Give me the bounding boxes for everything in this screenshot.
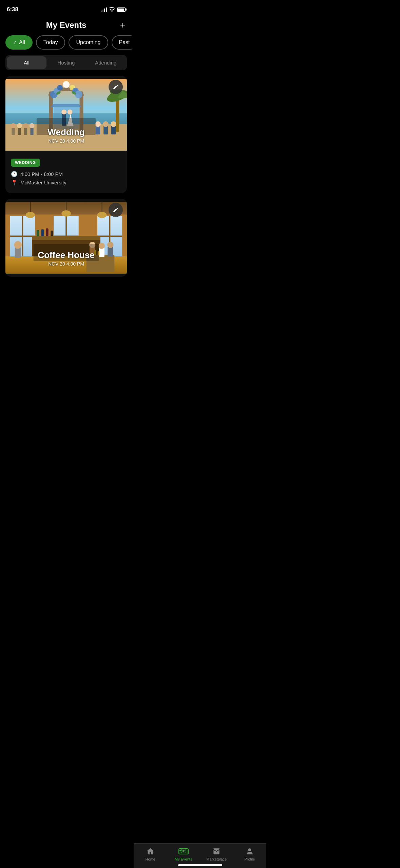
clock-icon: 🕐 [11,171,18,177]
location-icon: 📍 [11,179,18,186]
wedding-time-row: 🕐 4:00 PM - 8:00 PM [11,171,121,177]
svg-marker-14 [51,104,82,107]
signal-icon [101,7,107,12]
tab-attending[interactable]: Attending [86,56,126,69]
wifi-icon [109,7,115,12]
svg-rect-23 [24,127,27,135]
battery-icon [117,7,126,12]
svg-rect-54 [46,228,48,236]
svg-rect-25 [30,127,33,135]
svg-rect-29 [103,126,108,134]
add-event-button[interactable]: + [120,20,126,30]
svg-point-26 [30,123,35,128]
wedding-date: NOV 20 4:00 PM [47,138,84,144]
filter-past[interactable]: Past [112,35,132,50]
svg-rect-53 [41,229,44,236]
svg-rect-69 [108,247,113,257]
svg-rect-21 [18,127,21,135]
coffee-overlay: Coffee House NOV 20 4:00 PM [38,250,95,267]
wedding-location-row: 📍 McMaster University [11,179,121,186]
svg-point-22 [17,123,22,128]
sub-tabs: All Hosting Attending [5,55,127,70]
coffee-image: Coffee House NOV 20 4:00 PM [5,199,127,277]
wedding-edit-button[interactable] [109,80,123,94]
svg-point-17 [61,109,66,114]
wedding-location: McMaster University [20,180,66,185]
svg-rect-67 [99,248,104,257]
event-card-wedding[interactable]: Wedding NOV 20 4:00 PM WEDDING 🕐 4:00 PM… [5,76,127,193]
pencil-icon-2 [113,207,119,213]
svg-rect-48 [97,236,122,237]
page-title: My Events [46,20,87,30]
svg-rect-19 [12,127,15,135]
svg-rect-42 [10,236,35,237]
svg-point-59 [61,210,71,216]
svg-point-24 [23,123,28,128]
filter-row: ✓ All Today Upcoming Past [0,35,132,55]
svg-point-11 [75,91,82,98]
svg-point-68 [98,243,104,249]
svg-rect-55 [51,231,53,236]
check-icon: ✓ [13,40,17,45]
status-icons [101,7,126,12]
status-time: 6:38 [7,6,18,13]
tab-hosting[interactable]: Hosting [46,56,86,69]
svg-point-7 [57,85,63,91]
wedding-time: 4:00 PM - 8:00 PM [20,171,63,177]
filter-all[interactable]: ✓ All [5,35,33,50]
svg-rect-51 [32,236,100,240]
wedding-image: Wedding NOV 20 4:00 PM [5,76,127,154]
svg-point-18 [68,109,73,114]
svg-point-30 [103,121,109,127]
wedding-title: Wedding [47,127,84,138]
status-bar: 6:38 [0,0,132,17]
svg-point-61 [97,212,107,218]
svg-rect-27 [96,126,100,134]
svg-point-20 [11,123,16,128]
coffee-edit-button[interactable] [109,203,123,217]
svg-point-70 [107,242,113,248]
svg-point-32 [111,121,116,127]
wedding-details: WEDDING 🕐 4:00 PM - 8:00 PM 📍 McMaster U… [5,154,127,193]
coffee-date: NOV 20 4:00 PM [38,261,95,267]
wedding-tag: WEDDING [11,159,40,167]
svg-point-8 [63,81,70,88]
filter-upcoming[interactable]: Upcoming [69,35,108,50]
svg-rect-31 [111,126,116,134]
filter-today[interactable]: Today [36,35,65,50]
svg-rect-52 [37,230,39,236]
tab-all[interactable]: All [7,56,46,69]
svg-point-57 [26,212,35,218]
wedding-overlay: Wedding NOV 20 4:00 PM [47,127,84,144]
pencil-icon [113,84,119,90]
svg-point-63 [14,241,22,249]
event-card-coffee[interactable]: Coffee House NOV 20 4:00 PM [5,199,127,277]
header: My Events + [0,17,132,35]
events-list: Wedding NOV 20 4:00 PM WEDDING 🕐 4:00 PM… [0,76,132,307]
coffee-title: Coffee House [38,250,95,260]
svg-rect-62 [15,247,21,258]
svg-point-28 [95,121,101,127]
